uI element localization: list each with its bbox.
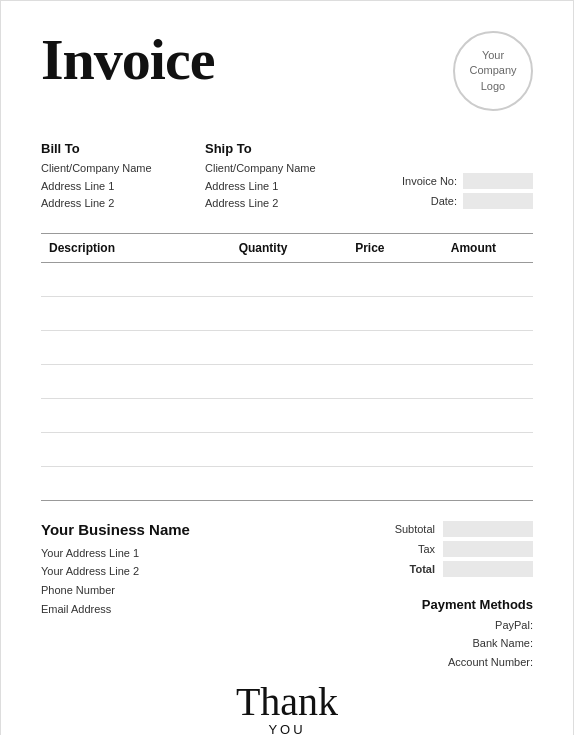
- cell-qty-3[interactable]: [200, 364, 326, 398]
- cell-qty-0[interactable]: [200, 262, 326, 296]
- cell-desc-2[interactable]: [41, 330, 200, 364]
- ship-to-line1: Address Line 1: [205, 178, 369, 196]
- bank-row: Bank Name:: [333, 634, 533, 653]
- cell-price-2[interactable]: [326, 330, 414, 364]
- cell-desc-5[interactable]: [41, 432, 200, 466]
- cell-amount-3[interactable]: [414, 364, 533, 398]
- totals-section: Subtotal Tax Total: [333, 521, 533, 581]
- thank-you-small: YOU: [41, 722, 533, 735]
- business-info: Your Business Name Your Address Line 1 Y…: [41, 521, 190, 619]
- cell-desc-3[interactable]: [41, 364, 200, 398]
- date-row: Date:: [431, 193, 533, 209]
- bill-to-line1: Address Line 1: [41, 178, 205, 196]
- table-row: [41, 330, 533, 364]
- business-name: Your Business Name: [41, 521, 190, 538]
- total-value[interactable]: [443, 561, 533, 577]
- table-header-row: Description Quantity Price Amount: [41, 233, 533, 262]
- subtotal-row: Subtotal: [395, 521, 533, 537]
- business-phone: Phone Number: [41, 581, 190, 600]
- cell-desc-6[interactable]: [41, 466, 200, 500]
- col-quantity: Quantity: [200, 233, 326, 262]
- address-section: Bill To Client/Company Name Address Line…: [41, 141, 533, 213]
- business-email: Email Address: [41, 600, 190, 619]
- footer-section: Your Business Name Your Address Line 1 Y…: [41, 521, 533, 672]
- total-label: Total: [410, 563, 435, 575]
- tax-value[interactable]: [443, 541, 533, 557]
- invoice-table: Description Quantity Price Amount: [41, 233, 533, 501]
- invoice-meta: Invoice No: Date:: [369, 141, 533, 213]
- cell-amount-2[interactable]: [414, 330, 533, 364]
- cell-amount-1[interactable]: [414, 296, 533, 330]
- bill-to-block: Bill To Client/Company Name Address Line…: [41, 141, 205, 213]
- cell-qty-6[interactable]: [200, 466, 326, 500]
- invoice-no-input[interactable]: [463, 173, 533, 189]
- business-address1: Your Address Line 1: [41, 544, 190, 563]
- cell-price-0[interactable]: [326, 262, 414, 296]
- tax-label: Tax: [418, 543, 435, 555]
- cell-price-3[interactable]: [326, 364, 414, 398]
- right-column: Subtotal Tax Total Payment Methods PayPa…: [333, 521, 533, 672]
- company-logo: YourCompanyLogo: [453, 31, 533, 111]
- invoice-title: Invoice: [41, 31, 214, 89]
- bill-to-company: Client/Company Name: [41, 160, 205, 178]
- table-row: [41, 398, 533, 432]
- bill-to-label: Bill To: [41, 141, 205, 156]
- bill-to-line2: Address Line 2: [41, 195, 205, 213]
- subtotal-label: Subtotal: [395, 523, 435, 535]
- cell-qty-4[interactable]: [200, 398, 326, 432]
- payment-heading: Payment Methods: [333, 597, 533, 612]
- cell-desc-0[interactable]: [41, 262, 200, 296]
- cell-qty-5[interactable]: [200, 432, 326, 466]
- date-input[interactable]: [463, 193, 533, 209]
- col-price: Price: [326, 233, 414, 262]
- cell-price-5[interactable]: [326, 432, 414, 466]
- account-row: Account Number:: [333, 653, 533, 672]
- total-row: Total: [410, 561, 533, 577]
- thank-you-big: Thank: [41, 682, 533, 722]
- thank-you-section: Thank YOU: [41, 682, 533, 735]
- bank-label: Bank Name:: [472, 637, 533, 649]
- subtotal-value[interactable]: [443, 521, 533, 537]
- invoice-no-row: Invoice No:: [402, 173, 533, 189]
- ship-to-company: Client/Company Name: [205, 160, 369, 178]
- table-row: [41, 364, 533, 398]
- table-row: [41, 466, 533, 500]
- ship-to-line2: Address Line 2: [205, 195, 369, 213]
- table-row: [41, 296, 533, 330]
- cell-amount-5[interactable]: [414, 432, 533, 466]
- cell-amount-6[interactable]: [414, 466, 533, 500]
- ship-to-block: Ship To Client/Company Name Address Line…: [205, 141, 369, 213]
- col-description: Description: [41, 233, 200, 262]
- cell-price-4[interactable]: [326, 398, 414, 432]
- cell-desc-4[interactable]: [41, 398, 200, 432]
- invoice-no-label: Invoice No:: [402, 175, 457, 187]
- payment-section: Payment Methods PayPal: Bank Name: Accou…: [333, 597, 533, 672]
- invoice-header: Invoice YourCompanyLogo: [41, 31, 533, 111]
- ship-to-label: Ship To: [205, 141, 369, 156]
- paypal-label: PayPal:: [495, 619, 533, 631]
- invoice-page: Invoice YourCompanyLogo Bill To Client/C…: [0, 0, 574, 735]
- cell-desc-1[interactable]: [41, 296, 200, 330]
- paypal-row: PayPal:: [333, 616, 533, 635]
- cell-qty-2[interactable]: [200, 330, 326, 364]
- cell-amount-0[interactable]: [414, 262, 533, 296]
- col-amount: Amount: [414, 233, 533, 262]
- cell-price-1[interactable]: [326, 296, 414, 330]
- cell-price-6[interactable]: [326, 466, 414, 500]
- table-row: [41, 262, 533, 296]
- table-row: [41, 432, 533, 466]
- cell-qty-1[interactable]: [200, 296, 326, 330]
- tax-row: Tax: [418, 541, 533, 557]
- account-label: Account Number:: [448, 656, 533, 668]
- date-label: Date:: [431, 195, 457, 207]
- business-address2: Your Address Line 2: [41, 562, 190, 581]
- cell-amount-4[interactable]: [414, 398, 533, 432]
